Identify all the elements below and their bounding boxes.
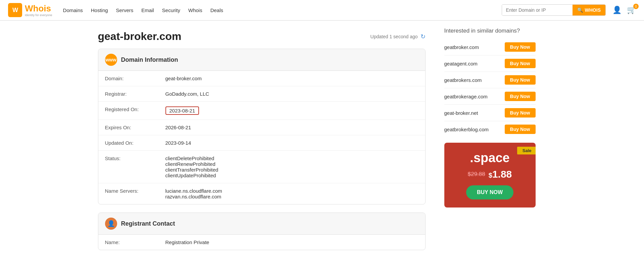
table-row: Name: Registration Private — [98, 235, 425, 250]
refresh-icon[interactable]: ↻ — [420, 33, 426, 40]
logo-sub: Identity for everyone — [25, 14, 52, 17]
registrant-header: 👤 Registrant Contact — [98, 213, 425, 235]
logo-text: Whois — [25, 3, 51, 13]
row-value-nameservers: luciane.ns.cloudflare.com razvan.ns.clou… — [159, 183, 425, 204]
similar-domain-name: geatbrokerblog.com — [444, 127, 489, 132]
row-label: Updated On: — [98, 135, 159, 151]
search-box: 🔍 WHOIS — [502, 4, 606, 16]
row-value: geat-broker.com — [159, 71, 425, 86]
similar-domain-item: geatagent.com Buy Now — [444, 55, 536, 72]
new-price: $1.88 — [489, 169, 512, 180]
buy-now-button-2[interactable]: Buy Now — [505, 75, 536, 85]
row-label: Status: — [98, 151, 159, 183]
similar-title: Interested in similar domains? — [444, 28, 536, 34]
search-btn-label: WHOIS — [585, 7, 601, 13]
domain-title-row: geat-broker.com Updated 1 second ago ↻ — [98, 30, 426, 43]
similar-domains-list: geatbroker.com Buy Now geatagent.com Buy… — [444, 39, 536, 137]
row-value: GoDaddy.com, LLC — [159, 86, 425, 102]
row-label: Registrar: — [98, 86, 159, 102]
nav-security[interactable]: Security — [162, 6, 180, 14]
nav-hosting[interactable]: Hosting — [91, 6, 108, 14]
similar-domain-name: geatbrokers.com — [444, 77, 482, 83]
search-icon: 🔍 — [577, 7, 583, 13]
row-value-status: clientDeleteProhibited clientRenewProhib… — [159, 151, 425, 183]
cart-badge: 0 — [633, 4, 639, 9]
row-value: Registration Private — [159, 235, 425, 250]
nav-email[interactable]: Email — [141, 6, 154, 14]
logo-icon: W — [8, 3, 22, 17]
updated-row: Updated 1 second ago ↻ — [370, 33, 426, 40]
domain-info-table: Domain: geat-broker.com Registrar: GoDad… — [98, 71, 425, 204]
similar-domain-name: geat-broker.net — [444, 110, 478, 116]
buy-now-button-0[interactable]: Buy Now — [505, 42, 536, 52]
table-row: Name Servers: luciane.ns.cloudflare.com … — [98, 183, 425, 204]
similar-domain-name: geatagent.com — [444, 61, 478, 66]
sale-card: Sale .space $29.88 $1.88 BUY NOW — [444, 143, 536, 207]
buy-now-button-1[interactable]: Buy Now — [505, 59, 536, 68]
table-row: Registered On: 2023-08-21 — [98, 102, 425, 120]
nav-icons: 👤 🛒 0 — [612, 6, 636, 14]
similar-domain-name: geatbrokerage.com — [444, 94, 488, 99]
table-row: Updated On: 2023-09-14 — [98, 135, 425, 151]
search-input[interactable] — [502, 5, 573, 15]
registrant-card: 👤 Registrant Contact Name: Registration … — [98, 213, 426, 250]
row-label: Domain: — [98, 71, 159, 86]
table-row: Expires On: 2026-08-21 — [98, 120, 425, 135]
content-area: geat-broker.com Updated 1 second ago ↻ w… — [87, 21, 436, 268]
domain-info-card: www Domain Information Domain: geat-brok… — [98, 49, 426, 204]
price-row: $29.88 $1.88 — [451, 169, 529, 180]
table-row: Domain: geat-broker.com — [98, 71, 425, 86]
table-row: Status: clientDeleteProhibited clientRen… — [98, 151, 425, 183]
sale-ribbon: Sale — [517, 147, 536, 154]
nav-servers[interactable]: Servers — [116, 6, 134, 14]
row-label: Name: — [98, 235, 159, 250]
similar-domain-item: geatbrokerage.com Buy Now — [444, 88, 536, 105]
registrant-title: Registrant Contact — [121, 220, 175, 227]
registered-date: 2023-08-21 — [165, 106, 199, 115]
nav-deals[interactable]: Deals — [210, 6, 223, 14]
cart-icon[interactable]: 🛒 0 — [627, 6, 636, 14]
domain-title: geat-broker.com — [98, 30, 182, 43]
row-label: Registered On: — [98, 102, 159, 120]
buy-now-button-3[interactable]: Buy Now — [505, 92, 536, 101]
similar-domain-item: geat-broker.net Buy Now — [444, 105, 536, 121]
domain-info-title: Domain Information — [121, 56, 178, 63]
navbar: W Whois Identity for everyone Domains Ho… — [0, 0, 644, 21]
table-row: Registrar: GoDaddy.com, LLC — [98, 86, 425, 102]
nav-whois[interactable]: Whois — [188, 6, 202, 14]
domain-info-header: www Domain Information — [98, 49, 425, 71]
row-value: 2026-08-21 — [159, 120, 425, 135]
row-value: 2023-09-14 — [159, 135, 425, 151]
domain-info-icon: www — [105, 54, 117, 66]
nav-links: Domains Hosting Servers Email Security W… — [63, 6, 502, 14]
buy-now-button-5[interactable]: Buy Now — [505, 125, 536, 134]
similar-domain-item: geatbroker.com Buy Now — [444, 39, 536, 55]
similar-domain-item: geatbrokerblog.com Buy Now — [444, 121, 536, 137]
sidebar: Interested in similar domains? geatbroke… — [436, 21, 544, 268]
registrant-table: Name: Registration Private — [98, 235, 425, 250]
user-icon[interactable]: 👤 — [612, 6, 622, 14]
updated-text: Updated 1 second ago — [370, 34, 418, 39]
registrant-icon: 👤 — [105, 218, 117, 230]
row-value-highlighted: 2023-08-21 — [159, 102, 425, 120]
logo[interactable]: W Whois Identity for everyone — [8, 3, 52, 17]
old-price: $29.88 — [468, 171, 485, 178]
buy-now-button-4[interactable]: Buy Now — [505, 108, 536, 118]
search-button[interactable]: 🔍 WHOIS — [573, 5, 605, 15]
similar-domain-item: geatbrokers.com Buy Now — [444, 72, 536, 88]
nav-domains[interactable]: Domains — [63, 6, 83, 14]
similar-domain-name: geatbroker.com — [444, 44, 479, 50]
nav-search: 🔍 WHOIS 👤 🛒 0 — [502, 4, 636, 16]
row-label: Name Servers: — [98, 183, 159, 204]
sale-buy-button[interactable]: BUY NOW — [466, 185, 513, 199]
row-label: Expires On: — [98, 120, 159, 135]
main-wrap: geat-broker.com Updated 1 second ago ↻ w… — [87, 21, 557, 268]
